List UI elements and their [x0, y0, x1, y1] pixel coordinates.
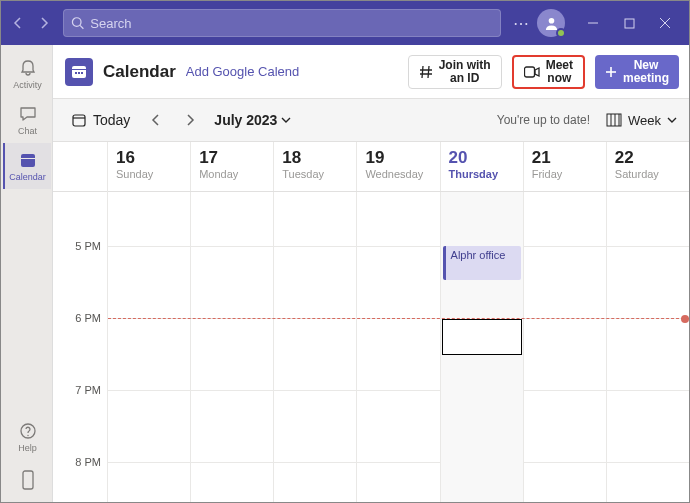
help-icon	[18, 421, 38, 441]
day-header[interactable]: 21Friday	[524, 142, 607, 191]
title-bar: ⋯	[1, 1, 689, 45]
svg-rect-17	[524, 67, 534, 77]
svg-rect-15	[78, 72, 80, 74]
close-button[interactable]	[647, 8, 683, 38]
day-column[interactable]	[524, 192, 607, 502]
rail-help-label: Help	[18, 443, 37, 453]
calendar-app-icon	[65, 58, 93, 86]
calendar-icon	[18, 150, 38, 170]
maximize-button[interactable]	[611, 8, 647, 38]
month-picker[interactable]: July 2023	[214, 112, 291, 128]
day-column-today[interactable]: Alphr office	[441, 192, 524, 502]
plus-icon	[605, 66, 617, 78]
svg-rect-8	[21, 158, 35, 159]
chevron-down-icon	[667, 116, 677, 124]
svg-point-10	[27, 435, 28, 436]
today-button[interactable]: Today	[65, 108, 136, 132]
day-column[interactable]	[191, 192, 274, 502]
svg-point-2	[548, 17, 554, 23]
day-header-today[interactable]: 20Thursday	[441, 142, 524, 191]
nav-forward-button[interactable]	[33, 12, 55, 34]
chat-icon	[18, 104, 38, 124]
calendar-subbar: Today July 2023 You're up to date! Week	[53, 99, 689, 141]
more-button[interactable]: ⋯	[513, 14, 529, 33]
day-header[interactable]: 19Wednesday	[357, 142, 440, 191]
rail-chat[interactable]: Chat	[3, 97, 51, 143]
avatar[interactable]	[537, 9, 565, 37]
calendar-grid: 5 PM 6 PM 7 PM 8 PM 16Sunday 17Monday 18…	[53, 141, 689, 502]
month-label: July 2023	[214, 112, 277, 128]
view-label: Week	[628, 113, 661, 128]
search-input[interactable]	[90, 16, 493, 31]
calendar-event[interactable]: Alphr office	[443, 246, 521, 280]
time-label: 6 PM	[75, 312, 101, 324]
day-header[interactable]: 17Monday	[191, 142, 274, 191]
join-with-id-button[interactable]: Join withan ID	[408, 55, 502, 89]
app-rail: Activity Chat Calendar Help	[1, 45, 53, 502]
day-header[interactable]: 16Sunday	[108, 142, 191, 191]
today-label: Today	[93, 112, 130, 128]
svg-point-0	[72, 18, 81, 27]
add-google-calendar-link[interactable]: Add Google Calend	[186, 64, 299, 79]
page-title: Calendar	[103, 62, 176, 82]
calendar-today-icon	[71, 112, 87, 128]
day-column[interactable]	[274, 192, 357, 502]
rail-help[interactable]: Help	[3, 414, 51, 460]
search-box[interactable]	[63, 9, 501, 37]
hash-icon	[419, 65, 433, 79]
bell-icon	[18, 58, 38, 78]
device-icon	[20, 469, 36, 491]
new-meeting-l2: meeting	[623, 72, 669, 85]
selected-slot[interactable]	[442, 319, 522, 355]
rail-calendar-label: Calendar	[9, 172, 46, 182]
time-slots[interactable]: Alphr office	[108, 192, 689, 502]
svg-rect-14	[75, 72, 77, 74]
prev-week-button[interactable]	[142, 106, 170, 134]
time-column: 5 PM 6 PM 7 PM 8 PM	[53, 142, 108, 502]
new-meeting-l1: New	[623, 59, 669, 72]
rail-device[interactable]	[3, 464, 51, 496]
chevron-down-icon	[281, 116, 291, 124]
week-view-icon	[606, 113, 622, 127]
calendar-header: Calendar Add Google Calend Join withan I…	[53, 45, 689, 99]
day-header[interactable]: 22Saturday	[607, 142, 689, 191]
day-header[interactable]: 18Tuesday	[274, 142, 357, 191]
rail-activity[interactable]: Activity	[3, 51, 51, 97]
nav-back-button[interactable]	[7, 12, 29, 34]
svg-rect-4	[625, 19, 634, 28]
now-indicator	[108, 318, 689, 319]
search-icon	[71, 16, 84, 30]
svg-rect-11	[23, 471, 33, 489]
time-label: 5 PM	[75, 240, 101, 252]
view-switcher[interactable]: Week	[606, 113, 677, 128]
person-icon	[544, 16, 559, 31]
meet-now-l1: Meet	[546, 59, 573, 72]
event-title: Alphr office	[451, 249, 506, 261]
meet-now-l2: now	[546, 72, 573, 85]
day-column[interactable]	[357, 192, 440, 502]
svg-rect-16	[81, 72, 83, 74]
time-label: 8 PM	[75, 456, 101, 468]
join-id-l2: an ID	[439, 72, 491, 85]
join-id-l1: Join with	[439, 59, 491, 72]
time-label: 7 PM	[75, 384, 101, 396]
new-meeting-button[interactable]: Newmeeting	[595, 55, 679, 89]
svg-line-1	[80, 25, 83, 28]
day-column[interactable]	[607, 192, 689, 502]
video-icon	[524, 66, 540, 78]
svg-rect-20	[73, 115, 85, 126]
next-week-button[interactable]	[176, 106, 204, 134]
day-column[interactable]	[108, 192, 191, 502]
uptodate-text: You're up to date!	[497, 113, 590, 127]
svg-rect-7	[21, 154, 35, 167]
rail-chat-label: Chat	[18, 126, 37, 136]
svg-rect-13	[72, 69, 86, 70]
rail-activity-label: Activity	[13, 80, 42, 90]
meet-now-button[interactable]: Meetnow	[512, 55, 585, 89]
presence-dot	[556, 28, 566, 38]
minimize-button[interactable]	[575, 8, 611, 38]
rail-calendar[interactable]: Calendar	[3, 143, 51, 189]
day-headers: 16Sunday 17Monday 18Tuesday 19Wednesday …	[108, 142, 689, 192]
